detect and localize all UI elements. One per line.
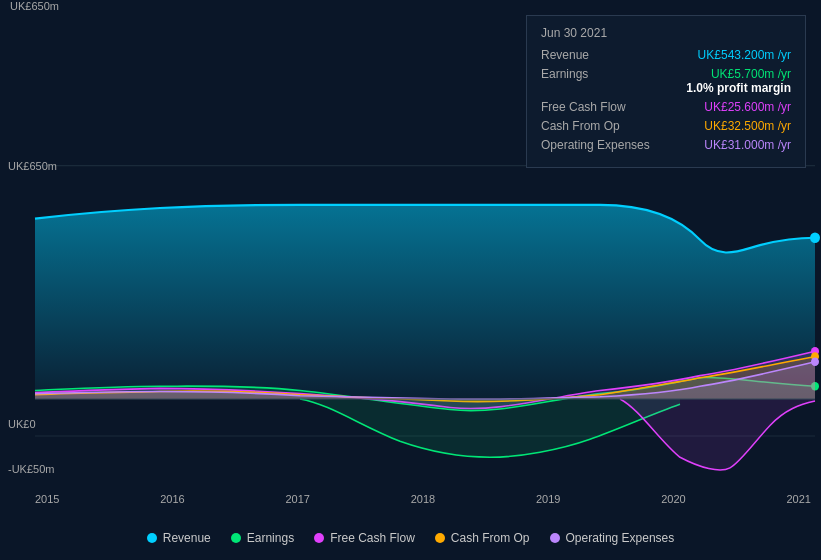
chart-svg	[0, 155, 821, 505]
tooltip-row-revenue: Revenue UK£543.200m /yr	[541, 48, 791, 62]
x-axis: 2015 2016 2017 2018 2019 2020 2021	[35, 493, 811, 505]
opex-label: Operating Expenses	[541, 138, 661, 152]
x-label-2016: 2016	[160, 493, 184, 505]
x-label-2019: 2019	[536, 493, 560, 505]
legend-dot-earnings	[231, 533, 241, 543]
y-axis-top-label: UK£650m	[8, 160, 57, 172]
legend-revenue[interactable]: Revenue	[147, 531, 211, 545]
legend-label-cfo: Cash From Op	[451, 531, 530, 545]
revenue-label: Revenue	[541, 48, 661, 62]
earnings-label: Earnings	[541, 67, 661, 81]
fcf-label: Free Cash Flow	[541, 100, 661, 114]
tooltip-row-cfo: Cash From Op UK£32.500m /yr	[541, 119, 791, 133]
y-axis-neg-label: -UK£50m	[8, 463, 54, 475]
x-label-2020: 2020	[661, 493, 685, 505]
legend-fcf[interactable]: Free Cash Flow	[314, 531, 415, 545]
revenue-value: UK£543.200m /yr	[698, 48, 791, 62]
tooltip-row-earnings: Earnings UK£5.700m /yr 1.0% profit margi…	[541, 67, 791, 95]
legend-label-fcf: Free Cash Flow	[330, 531, 415, 545]
legend-cfo[interactable]: Cash From Op	[435, 531, 530, 545]
x-label-2017: 2017	[286, 493, 310, 505]
legend-dot-opex	[550, 533, 560, 543]
chart-area: UK£650m UK£0 -UK£50m	[0, 155, 821, 505]
profit-margin-value: 1.0% profit margin	[686, 81, 791, 95]
tooltip-row-opex: Operating Expenses UK£31.000m /yr	[541, 138, 791, 152]
fcf-value: UK£25.600m /yr	[704, 100, 791, 114]
tooltip-panel: Jun 30 2021 Revenue UK£543.200m /yr Earn…	[526, 15, 806, 168]
legend-label-earnings: Earnings	[247, 531, 294, 545]
x-label-2018: 2018	[411, 493, 435, 505]
legend-dot-revenue	[147, 533, 157, 543]
tooltip-row-fcf: Free Cash Flow UK£25.600m /yr	[541, 100, 791, 114]
legend-dot-fcf	[314, 533, 324, 543]
tooltip-date: Jun 30 2021	[541, 26, 791, 40]
svg-point-7	[811, 358, 819, 366]
svg-point-3	[810, 232, 820, 243]
y-axis-zero-label: UK£0	[8, 418, 36, 430]
legend-dot-cfo	[435, 533, 445, 543]
legend-label-opex: Operating Expenses	[566, 531, 675, 545]
cfo-label: Cash From Op	[541, 119, 661, 133]
x-label-2021: 2021	[787, 493, 811, 505]
x-label-2015: 2015	[35, 493, 59, 505]
opex-value: UK£31.000m /yr	[704, 138, 791, 152]
legend-earnings[interactable]: Earnings	[231, 531, 294, 545]
y-label-top: UK£650m	[10, 0, 59, 12]
legend-opex[interactable]: Operating Expenses	[550, 531, 675, 545]
earnings-value: UK£5.700m /yr	[686, 67, 791, 81]
cfo-value: UK£32.500m /yr	[704, 119, 791, 133]
chart-legend: Revenue Earnings Free Cash Flow Cash Fro…	[0, 531, 821, 545]
legend-label-revenue: Revenue	[163, 531, 211, 545]
